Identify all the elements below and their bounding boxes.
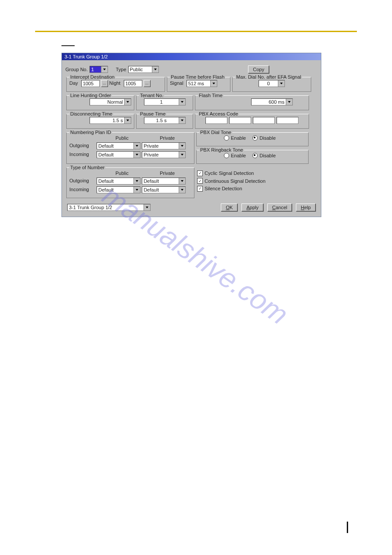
label-group-no: Group No.	[65, 67, 88, 72]
combo-np-in-private[interactable]: Private	[142, 151, 186, 158]
combo-type[interactable]: Public	[128, 66, 159, 73]
label-tn-incoming: Incoming	[69, 187, 94, 192]
combo-tn-out-private[interactable]: Default	[142, 178, 186, 185]
input-pbx-access-4[interactable]	[277, 117, 298, 124]
label-signal: Signal	[170, 80, 183, 86]
fieldset-max-dial: Max. Dial No. after EFA Signal 0	[232, 77, 311, 92]
tn-col-public: Public	[100, 170, 144, 176]
combo-tn-out-public[interactable]: Default	[97, 178, 140, 185]
label-tn-outgoing: Outgoing	[69, 178, 94, 183]
combo-group-no[interactable]: 1	[90, 66, 108, 73]
combo-pause-flash[interactable]: 512 ms	[187, 80, 217, 87]
tn-col-private: Private	[145, 170, 189, 176]
numbering-col-private: Private	[145, 135, 189, 141]
cancel-button[interactable]: Cancel	[267, 203, 292, 211]
combo-tenant[interactable]: 1	[144, 98, 186, 105]
radio-dial-enable[interactable]: Enable	[224, 135, 246, 141]
combo-np-in-public[interactable]: Default	[97, 151, 140, 158]
fieldset-tenant: Tenant No. 1	[136, 95, 193, 110]
input-pbx-access-1[interactable]	[205, 117, 227, 124]
copy-button[interactable]: Copy	[248, 65, 269, 73]
header-rule	[35, 31, 357, 32]
fieldset-pbx-access: PBX Access Code	[195, 114, 309, 129]
footer-mark	[347, 522, 348, 533]
radio-dial-disable[interactable]: Disable	[252, 135, 276, 141]
radio-ringback-disable[interactable]: Disable	[252, 153, 276, 158]
label-np-outgoing: Outgoing	[69, 143, 94, 148]
stub-underline	[61, 45, 75, 46]
fieldset-disconnect: Disconnecting Time 1.5 s	[66, 114, 134, 129]
browse-night-button[interactable]: ...	[144, 80, 151, 87]
label-night: Night	[109, 80, 121, 86]
fieldset-pause-flash: Pause Time before Flash Signal 512 ms	[167, 77, 230, 92]
fieldset-type-number: Type of Number Public Private Outgoing D…	[66, 167, 194, 198]
combo-tn-in-public[interactable]: Default	[97, 186, 140, 193]
apply-button[interactable]: Apply	[241, 203, 263, 211]
label-type: Type	[116, 67, 126, 72]
input-night[interactable]: 1005	[124, 80, 142, 87]
ok-button[interactable]: OK	[221, 203, 237, 211]
browse-day-button[interactable]: ...	[101, 80, 108, 87]
input-pbx-access-3[interactable]	[253, 117, 275, 124]
fieldset-line-hunting: Line Hunting Order Normal	[66, 95, 134, 110]
combo-np-out-private[interactable]: Private	[142, 142, 186, 149]
combo-pause[interactable]: 1.5 s	[144, 117, 186, 124]
combo-disconnect[interactable]: 1.5 s	[90, 117, 131, 124]
combo-max-dial[interactable]: 0	[259, 80, 285, 87]
numbering-col-public: Public	[100, 135, 144, 141]
radio-ringback-enable[interactable]: Enable	[224, 153, 246, 158]
combo-np-out-public[interactable]: Default	[97, 142, 140, 149]
combo-tn-in-private[interactable]: Default	[142, 186, 186, 193]
fieldset-pause: Pause Time 1.5 s	[136, 114, 193, 129]
combo-nav[interactable]: 3-1 Trunk Group 1/2	[67, 204, 151, 211]
fieldset-pbx-dial: PBX Dial Tone Enable Disable	[196, 132, 309, 146]
combo-flash[interactable]: 600 ms	[251, 98, 293, 105]
label-day: Day	[69, 80, 78, 86]
combo-line-hunting[interactable]: Normal	[90, 98, 131, 105]
input-pbx-access-2[interactable]	[229, 117, 251, 124]
fieldset-intercept: Intercept Destination Day 1005 ... Night…	[66, 77, 165, 92]
fieldset-numbering: Numbering Plan ID Public Private Outgoin…	[66, 132, 194, 164]
dialog-trunk-group: 3-1 Trunk Group 1/2 Group No. 1 Type Pub…	[61, 53, 321, 217]
check-cyclic[interactable]: ✓Cyclic Signal Detection	[197, 170, 254, 176]
help-button[interactable]: Help	[296, 203, 316, 211]
fieldset-flash: Flash Time 600 ms	[195, 95, 309, 110]
check-continuous[interactable]: ✓Continuous Signal Detection	[197, 178, 266, 184]
label-np-incoming: Incoming	[69, 152, 94, 157]
dialog-titlebar: 3-1 Trunk Group 1/2	[62, 53, 321, 60]
fieldset-pbx-ringback: PBX Ringback Tone Enable Disable	[196, 150, 309, 164]
check-silence[interactable]: ✓Silence Detection	[197, 186, 242, 192]
input-day[interactable]: 1005	[81, 80, 100, 87]
